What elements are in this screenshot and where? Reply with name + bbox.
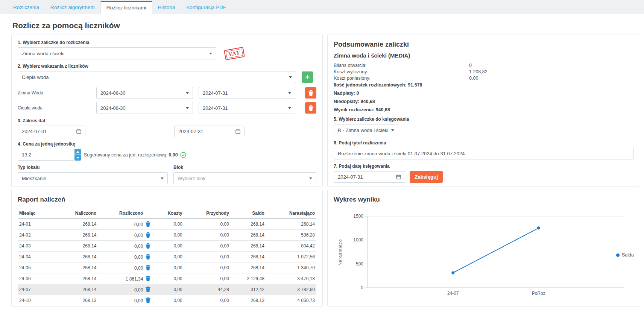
tab-bar: Rozliczenia Rozlicz algorytmem Rozlicz l… <box>0 0 644 14</box>
report-row: 24-07268,140,000,0044,28312,423 782,60 <box>18 284 316 295</box>
cell-narastajaco: 4 050,73 <box>266 295 316 306</box>
chevron-down-icon <box>186 92 189 94</box>
stepper-down-button[interactable] <box>74 155 81 161</box>
cell-narastajaco: 804,42 <box>266 241 316 252</box>
delete-meter-button[interactable] <box>305 87 316 99</box>
cell-naliczono: 268,14 <box>59 262 98 273</box>
cell-narastajaco: 1 072,56 <box>266 252 316 262</box>
cell-narastajaco: 268,14 <box>266 219 316 230</box>
chevron-down-icon <box>289 76 292 78</box>
add-meter-button[interactable]: + <box>302 71 313 83</box>
meter-from-select[interactable]: 2024-06-30 <box>96 87 193 99</box>
chevron-down-icon <box>391 129 394 131</box>
delete-settlement-button[interactable] <box>146 232 150 238</box>
delete-settlement-button[interactable] <box>146 287 150 292</box>
cell-saldo: 268,14 <box>231 219 266 230</box>
calendar-icon <box>235 129 240 134</box>
tab-rozliczenia[interactable]: Rozliczenia <box>8 1 45 14</box>
cell-przychody: 0,00 <box>184 295 231 306</box>
step1-label: 1. Wybierz zaliczke do rozliczenia <box>18 40 316 45</box>
cell-saldo: 268,14 <box>231 262 266 273</box>
booking-date-input[interactable]: 2024-07-31 <box>334 171 405 183</box>
delete-settlement-button[interactable] <box>146 297 150 303</box>
cell-narastajaco: 1 340,70 <box>266 262 316 273</box>
delete-settlement-button[interactable] <box>146 243 150 249</box>
step3-label: 3. Zakres dat <box>18 118 316 123</box>
booking-advance-select[interactable]: R - Zimna woda i ścieki <box>334 124 398 136</box>
step7-label: 7. Podaj datę księgowania <box>334 164 634 169</box>
delete-settlement-button[interactable] <box>146 265 150 270</box>
cell-naliczono: 268,14 <box>59 252 98 262</box>
cell-saldo: 268,14 <box>231 241 266 252</box>
delete-settlement-button[interactable] <box>146 276 150 281</box>
legend-dot-icon <box>616 253 620 257</box>
cell-rozliczono: 0,00 <box>98 284 152 295</box>
trash-icon <box>146 297 150 303</box>
tab-konfiguracja-pdf[interactable]: Konfiguracja PDF <box>181 1 232 14</box>
advance-select[interactable]: Zimna woda i ścieki <box>18 47 216 59</box>
line-chart: 05001000150024-07PoRoz <box>334 208 634 301</box>
chart-legend[interactable]: Salda <box>616 252 634 258</box>
date-to-input[interactable]: 2024-07-31 <box>174 126 245 137</box>
cell-rozliczono: 0,00 <box>98 252 152 262</box>
triangle-up-icon <box>76 151 79 153</box>
meter-from-select[interactable]: 2024-06-30 <box>96 102 193 114</box>
cell-przychody: 44,28 <box>184 284 231 295</box>
cell-koszty: 0,00 <box>152 284 184 295</box>
cell-koszty: 0,00 <box>152 295 184 306</box>
cell-rozliczono: 0,00 <box>98 295 152 306</box>
cell-saldo: 268,13 <box>231 295 266 306</box>
triangle-down-icon <box>76 157 79 159</box>
cell-naliczono: 268,14 <box>59 219 98 230</box>
tab-historia[interactable]: Historia <box>152 1 181 14</box>
delete-settlement-button[interactable] <box>146 254 150 259</box>
tab-rozlicz-algorytmem[interactable]: Rozlicz algorytmem <box>45 1 100 14</box>
cell-koszty: 0,00 <box>152 219 184 230</box>
summary-row: Bilans otwarcia: 0 <box>334 62 634 69</box>
book-button[interactable]: Zaksięguj <box>410 171 443 183</box>
trash-icon <box>146 243 150 249</box>
cell-koszty: 0,00 <box>152 252 184 262</box>
settlement-title-input[interactable] <box>334 148 634 159</box>
cell-przychody: 0,00 <box>184 262 231 273</box>
report-row: 24-10268,130,000,000,00268,134 050,73 <box>18 295 316 306</box>
unit-price-input[interactable] <box>18 149 74 161</box>
meter-readings-select[interactable]: Ciepła woda <box>18 71 296 83</box>
suggested-price: Sugerowany cena za jed. rozliczeniową:0,… <box>84 152 186 158</box>
date-from-input[interactable]: 2024-07-01 <box>18 126 85 137</box>
trash-icon <box>308 105 313 111</box>
meter-row: Ciepła woda 2024-06-30 2024-07-31 <box>18 102 316 114</box>
delete-settlement-button[interactable] <box>146 221 150 227</box>
cell-naliczono: 268,13 <box>59 295 98 306</box>
trash-icon <box>146 276 150 281</box>
typ-lokalu-select[interactable]: Mieszkanie <box>18 172 168 184</box>
chevron-down-icon <box>209 53 212 55</box>
cell-month: 24-02 <box>18 230 59 241</box>
trash-icon <box>146 265 150 270</box>
cell-naliczono: 268,14 <box>59 284 98 295</box>
result-chart: Narastająco 05001000150024-07PoRoz Salda <box>334 208 634 303</box>
report-row: 24-02268,140,000,000,00268,14536,28 <box>18 230 316 241</box>
cell-koszty: 0,00 <box>152 273 184 284</box>
delete-meter-button[interactable] <box>305 102 316 114</box>
calendar-icon <box>76 129 81 134</box>
cell-month: 24-03 <box>18 241 59 252</box>
meter-to-select[interactable]: 2024-07-31 <box>199 87 295 99</box>
cell-month: 24-04 <box>18 252 59 262</box>
cell-narastajaco: 3 782,60 <box>266 284 316 295</box>
report-table: Miesiąc Naliczono Rozliczono Koszty Przy… <box>18 208 316 306</box>
svg-text:1500: 1500 <box>353 214 363 219</box>
step4-label: 4. Cena za jedną jednostkę <box>18 141 316 147</box>
chevron-down-icon <box>186 107 189 109</box>
tab-rozlicz-licznikami[interactable]: Rozlicz licznikami <box>100 1 152 14</box>
meter-to-select[interactable]: 2024-07-31 <box>199 102 295 114</box>
trash-icon <box>308 90 313 96</box>
settlement-form-panel: 1. Wybierz zaliczke do rozliczenia Zimna… <box>11 35 323 187</box>
blok-select[interactable]: Wybierz blok <box>173 172 316 184</box>
cell-przychody: 0,00 <box>184 273 231 284</box>
stepper-up-button[interactable] <box>74 149 81 155</box>
cell-koszty: 0,00 <box>152 230 184 241</box>
cell-month: 24-10 <box>18 295 59 306</box>
meter-readings-select-value: Ciepła woda <box>22 74 49 80</box>
cell-month: 24-05 <box>18 262 59 273</box>
